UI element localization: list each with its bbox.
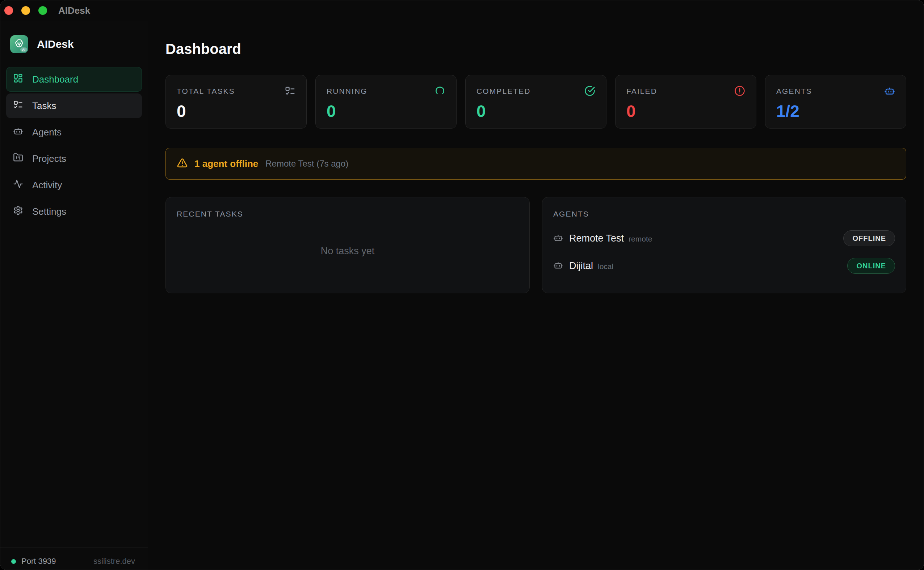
minimize-window-button[interactable] — [21, 6, 30, 15]
agent-name: Dijital — [569, 260, 593, 271]
sidebar-item-tasks[interactable]: Tasks — [6, 93, 142, 118]
stat-card-running: RUNNING 0 — [315, 75, 457, 129]
folder-icon — [13, 152, 23, 165]
alert-message: 1 agent offline — [194, 158, 258, 170]
ai-badge: AI — [20, 48, 27, 52]
stat-value: 0 — [626, 103, 745, 120]
stat-value: 0 — [327, 103, 445, 120]
alert-circle-icon — [734, 86, 745, 98]
stat-card-total-tasks: TOTAL TASKS 0 — [165, 75, 307, 129]
port-label: Port 3939 — [21, 556, 56, 566]
sidebar-item-dashboard[interactable]: Dashboard — [6, 67, 142, 92]
sidebar-item-settings[interactable]: Settings — [6, 199, 142, 224]
stat-card-completed: COMPLETED 0 — [465, 75, 606, 129]
agent-type: remote — [629, 233, 652, 244]
sidebar-item-label: Projects — [32, 153, 66, 164]
tasks-checklist-icon — [13, 100, 23, 112]
stat-value: 0 — [177, 103, 295, 120]
app-logo-icon: AI — [10, 35, 28, 53]
stats-row: TOTAL TASKS 0 RUNNING — [165, 75, 906, 129]
stat-label: AGENTS — [776, 86, 812, 96]
sidebar-item-label: Settings — [32, 206, 66, 217]
agent-list: Remote Test remote OFFLINE Di — [553, 227, 895, 277]
agent-row-remote-test[interactable]: Remote Test remote OFFLINE — [553, 227, 895, 250]
window-title: AIDesk — [58, 5, 90, 16]
recent-tasks-panel: RECENT TASKS No tasks yet — [165, 197, 530, 293]
stat-value: 1/2 — [776, 103, 895, 120]
warning-triangle-icon — [177, 158, 188, 170]
page-title: Dashboard — [165, 40, 906, 58]
stat-label: RUNNING — [327, 86, 367, 96]
spinner-icon — [434, 86, 445, 98]
dashboard-icon — [13, 73, 23, 86]
titlebar: AIDesk — [0, 0, 924, 21]
sidebar-item-projects[interactable]: Projects — [6, 146, 142, 171]
main-content: Dashboard TOTAL TASKS 0 — [148, 21, 924, 570]
sidebar-item-label: Dashboard — [32, 74, 78, 85]
robot-icon — [553, 233, 569, 244]
gear-icon — [13, 205, 23, 218]
window-controls — [5, 6, 47, 15]
maximize-window-button[interactable] — [38, 6, 47, 15]
activity-pulse-icon — [13, 179, 23, 192]
agents-panel: AGENTS Remote Test remote OFFLI — [542, 197, 906, 293]
agent-offline-alert: 1 agent offline Remote Test (7s ago) — [165, 148, 906, 179]
status-badge-online: ONLINE — [847, 258, 895, 274]
app-name: AIDesk — [37, 38, 74, 51]
sidebar-footer: Port 3939 ssilistre.dev — [0, 547, 148, 570]
stat-card-failed: FAILED 0 — [615, 75, 756, 129]
online-status-dot — [11, 559, 16, 564]
empty-state-message: No tasks yet — [177, 218, 519, 283]
agent-type: local — [598, 261, 613, 271]
sidebar-item-label: Agents — [32, 127, 61, 138]
robot-icon — [884, 86, 895, 98]
stat-value: 0 — [476, 103, 595, 120]
sidebar: AI AIDesk Dashboard — [0, 21, 148, 570]
status-badge-offline: OFFLINE — [843, 230, 895, 246]
stat-label: FAILED — [626, 86, 657, 96]
sidebar-item-label: Activity — [32, 179, 62, 191]
panels-row: RECENT TASKS No tasks yet AGENTS — [165, 197, 906, 293]
robot-icon — [553, 260, 569, 271]
domain-link[interactable]: ssilistre.dev — [93, 556, 135, 566]
agent-name: Remote Test — [569, 233, 624, 244]
sidebar-item-activity[interactable]: Activity — [6, 173, 142, 198]
agent-row-dijital[interactable]: Dijital local ONLINE — [553, 254, 895, 277]
check-circle-icon — [584, 86, 595, 98]
sidebar-nav: Dashboard Tasks — [0, 67, 148, 547]
app-window: AIDesk AI AIDesk — [0, 0, 924, 570]
sidebar-header: AI AIDesk — [0, 21, 148, 67]
robot-icon — [13, 126, 23, 139]
alert-detail: Remote Test (7s ago) — [265, 159, 348, 169]
sidebar-item-label: Tasks — [32, 100, 56, 112]
stat-label: TOTAL TASKS — [177, 86, 235, 96]
close-window-button[interactable] — [5, 6, 13, 15]
panel-title: AGENTS — [553, 210, 895, 218]
panel-title: RECENT TASKS — [177, 210, 519, 218]
stat-label: COMPLETED — [476, 86, 531, 96]
stat-card-agents: AGENTS 1/2 — [765, 75, 906, 129]
checklist-icon — [285, 86, 295, 98]
sidebar-item-agents[interactable]: Agents — [6, 120, 142, 144]
